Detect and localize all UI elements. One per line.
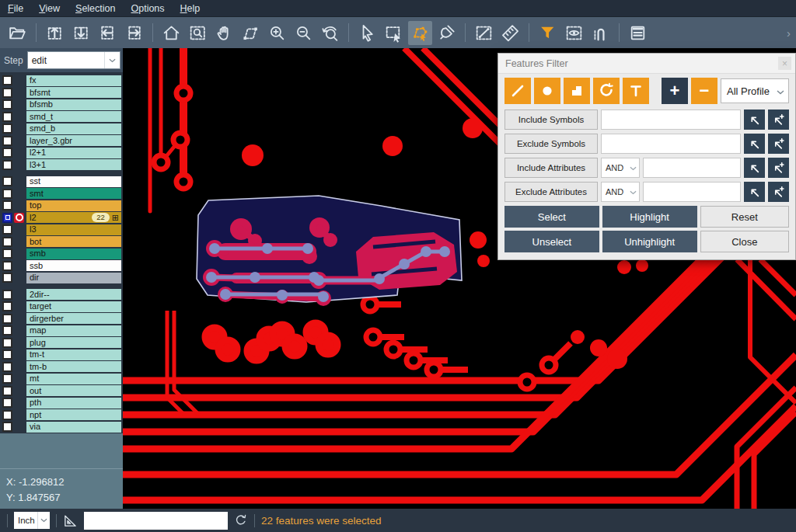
layer-row[interactable]: l2 22 ⊞ xyxy=(0,212,123,224)
open-file-button[interactable] xyxy=(5,21,30,45)
layer-row[interactable]: tm-t ⊞ xyxy=(0,349,123,361)
units-select[interactable]: Inch xyxy=(14,512,50,529)
layer-visibility-checkbox[interactable] xyxy=(2,338,12,348)
layer-visibility-checkbox[interactable] xyxy=(2,325,12,336)
filter-row-label-button[interactable]: Exclude Symbols xyxy=(504,134,598,154)
layer-visibility-checkbox[interactable] xyxy=(2,99,12,110)
layer-visibility-checkbox[interactable] xyxy=(2,237,12,247)
filter-text-button[interactable] xyxy=(623,78,649,104)
and-or-select[interactable]: AND xyxy=(601,182,640,202)
select-button[interactable]: Select xyxy=(504,206,599,228)
layer-visibility-checkbox[interactable] xyxy=(2,224,12,235)
layer-visibility-checkbox[interactable] xyxy=(2,314,12,324)
unselect-button[interactable]: Unselect xyxy=(504,231,599,252)
pick-from-graphics-button[interactable] xyxy=(744,134,765,154)
dialog-title-bar[interactable]: Features Filter × xyxy=(498,54,795,74)
layer-row[interactable]: bfsmb ⊞ xyxy=(0,99,123,111)
layer-row[interactable]: dirgerber ⊞ xyxy=(0,313,123,325)
layer-visibility-checkbox[interactable] xyxy=(2,176,12,186)
polarity-positive-button[interactable]: + xyxy=(662,78,688,104)
menu-view[interactable]: View xyxy=(39,3,60,14)
layer-row[interactable]: dir ⊞ xyxy=(0,272,123,284)
refresh-icon[interactable] xyxy=(234,513,248,527)
home-view-button[interactable] xyxy=(159,21,183,45)
layer-visibility-checkbox[interactable] xyxy=(2,362,12,372)
pick-add-button[interactable] xyxy=(768,134,789,154)
layer-row[interactable]: pth ⊞ xyxy=(0,397,123,409)
scroll-up-button[interactable] xyxy=(43,21,67,45)
corner-measure-icon[interactable] xyxy=(63,513,78,528)
select-rectangle-button[interactable] xyxy=(382,21,406,45)
filter-row-label-button[interactable]: Include Symbols xyxy=(504,110,598,130)
toolbar-overflow-chevron[interactable]: › xyxy=(787,26,791,40)
layer-row[interactable]: via ⊞ xyxy=(0,421,123,433)
layer-row[interactable]: top ⊞ xyxy=(0,200,123,212)
layer-row[interactable]: fx ⊞ xyxy=(0,75,123,87)
select-pointer-button[interactable] xyxy=(355,21,379,45)
layer-row[interactable]: smd_b ⊞ xyxy=(0,123,123,135)
layer-row[interactable]: out ⊞ xyxy=(0,385,123,398)
layer-visibility-checkbox[interactable] xyxy=(2,398,12,408)
scroll-right-button[interactable] xyxy=(122,21,146,45)
close-button[interactable]: Close xyxy=(700,231,789,252)
layer-row[interactable]: l2+1 ⊞ xyxy=(0,147,123,159)
layer-row[interactable]: npt ⊞ xyxy=(0,409,123,422)
layer-visibility-checkbox[interactable] xyxy=(2,261,12,271)
layer-row[interactable]: l3 ⊞ xyxy=(0,224,123,236)
layer-visibility-checkbox[interactable] xyxy=(2,75,12,85)
layer-row[interactable]: sst ⊞ xyxy=(0,176,123,188)
layer-row[interactable]: layer_3.gbr ⊞ xyxy=(0,135,123,148)
layer-visibility-checkbox[interactable] xyxy=(2,160,12,170)
layer-visibility-checkbox[interactable] xyxy=(2,422,12,432)
menu-file[interactable]: File xyxy=(8,3,23,14)
layer-visibility-checkbox[interactable] xyxy=(2,349,12,360)
filter-lines-button[interactable] xyxy=(504,78,531,104)
layer-visibility-checkbox[interactable] xyxy=(2,88,12,98)
layer-visibility-checkbox[interactable] xyxy=(2,189,12,199)
layer-visibility-checkbox[interactable] xyxy=(2,386,12,396)
layer-row[interactable]: ssb ⊞ xyxy=(0,260,123,273)
unhighlight-button[interactable]: Unhighlight xyxy=(602,231,697,252)
command-input[interactable] xyxy=(84,512,228,530)
layer-row[interactable]: bfsmt ⊞ xyxy=(0,87,123,99)
layer-visibility-checkbox[interactable] xyxy=(2,273,12,283)
layer-visibility-checkbox[interactable] xyxy=(2,213,12,223)
zoom-window-button[interactable] xyxy=(186,21,210,45)
layer-visibility-checkbox[interactable] xyxy=(2,123,12,134)
dialog-close-button[interactable]: × xyxy=(778,57,791,70)
layer-row[interactable]: smd_t ⊞ xyxy=(0,111,123,123)
filter-row-label-button[interactable]: Include Attributes xyxy=(504,158,598,178)
pick-from-graphics-button[interactable] xyxy=(744,182,765,202)
filter-row-input[interactable] xyxy=(601,134,741,154)
view-eye-button[interactable] xyxy=(562,21,586,45)
ruler-button[interactable] xyxy=(498,21,522,45)
pick-add-button[interactable] xyxy=(768,158,789,178)
filter-row-label-button[interactable]: Exclude Attributes xyxy=(504,182,598,202)
and-or-select[interactable]: AND xyxy=(601,158,640,178)
layer-row[interactable]: tm-b ⊞ xyxy=(0,361,123,374)
filter-pads-button[interactable] xyxy=(534,78,560,104)
zoom-previous-button[interactable] xyxy=(318,21,342,45)
layer-row[interactable]: map ⊞ xyxy=(0,325,123,337)
layer-visibility-checkbox[interactable] xyxy=(2,374,12,384)
pick-add-button[interactable] xyxy=(768,110,789,130)
clear-brush-button[interactable] xyxy=(435,21,459,45)
layer-row[interactable]: bot ⊞ xyxy=(0,236,123,249)
select-polygon-button[interactable] xyxy=(408,21,432,45)
zoom-in-button[interactable] xyxy=(265,21,289,45)
layer-row[interactable]: smt ⊞ xyxy=(0,188,123,200)
step-select[interactable]: edit xyxy=(27,51,120,69)
profile-select[interactable]: All Profile xyxy=(721,78,789,103)
layer-visibility-checkbox[interactable] xyxy=(2,136,12,146)
pick-add-button[interactable] xyxy=(768,182,789,202)
pan-hand-button[interactable] xyxy=(212,21,236,45)
scroll-down-button[interactable] xyxy=(69,21,93,45)
features-filter-button[interactable] xyxy=(536,21,560,45)
layer-table-button[interactable] xyxy=(626,21,650,45)
scroll-left-button[interactable] xyxy=(96,21,120,45)
menu-help[interactable]: Help xyxy=(180,3,201,14)
layer-visibility-checkbox[interactable] xyxy=(2,301,12,311)
zoom-out-button[interactable] xyxy=(292,21,316,45)
layer-visibility-checkbox[interactable] xyxy=(2,112,12,122)
filter-row-input[interactable] xyxy=(643,158,741,178)
